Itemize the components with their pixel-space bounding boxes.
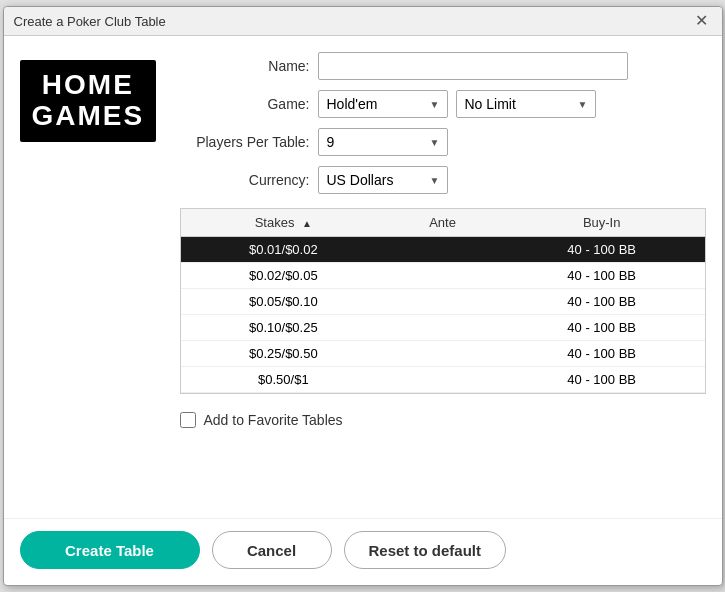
cell-stakes: $0.25/$0.50 [181, 341, 387, 367]
game-row: Game: Hold'em Omaha Short Deck ▼ No Limi… [180, 90, 706, 118]
dialog-body: HOME GAMES Name: Game: Hold'em Omaha Sho… [4, 36, 722, 518]
currency-label: Currency: [180, 172, 310, 188]
favorite-label: Add to Favorite Tables [204, 412, 343, 428]
stakes-table-container: Stakes ▲ Ante Buy-In $0.01/$0.02 40 - 10… [180, 208, 706, 394]
players-select-wrap: 2345 6789 ▼ [318, 128, 448, 156]
table-row[interactable]: $0.01/$0.02 40 - 100 BB [181, 237, 705, 263]
players-label: Players Per Table: [180, 134, 310, 150]
game-select-wrap: Hold'em Omaha Short Deck ▼ [318, 90, 448, 118]
table-row[interactable]: $0.50/$1 40 - 100 BB [181, 367, 705, 393]
cell-ante [386, 315, 499, 341]
cell-stakes: $0.10/$0.25 [181, 315, 387, 341]
cell-stakes: $0.02/$0.05 [181, 263, 387, 289]
logo-area: HOME GAMES [20, 52, 180, 502]
currency-row: Currency: US Dollars Play Money ▼ [180, 166, 706, 194]
cell-buyin: 40 - 100 BB [499, 367, 705, 393]
dialog-title: Create a Poker Club Table [14, 14, 166, 29]
players-select[interactable]: 2345 6789 [318, 128, 448, 156]
table-row[interactable]: $0.02/$0.05 40 - 100 BB [181, 263, 705, 289]
cell-ante [386, 367, 499, 393]
cell-ante [386, 263, 499, 289]
dialog-footer: Create Table Cancel Reset to default [4, 518, 722, 585]
limit-select[interactable]: No Limit Pot Limit Fixed Limit [456, 90, 596, 118]
close-button[interactable]: ✕ [691, 13, 712, 29]
stakes-table: Stakes ▲ Ante Buy-In $0.01/$0.02 40 - 10… [181, 209, 705, 393]
table-row[interactable]: $0.10/$0.25 40 - 100 BB [181, 315, 705, 341]
col-ante: Ante [386, 209, 499, 237]
table-header-row: Stakes ▲ Ante Buy-In [181, 209, 705, 237]
cell-ante [386, 289, 499, 315]
cancel-button[interactable]: Cancel [212, 531, 332, 569]
cell-buyin: 40 - 100 BB [499, 237, 705, 263]
form-area: Name: Game: Hold'em Omaha Short Deck ▼ N… [180, 52, 706, 502]
name-label: Name: [180, 58, 310, 74]
currency-select[interactable]: US Dollars Play Money [318, 166, 448, 194]
currency-select-wrap: US Dollars Play Money ▼ [318, 166, 448, 194]
logo: HOME GAMES [20, 60, 157, 142]
create-table-button[interactable]: Create Table [20, 531, 200, 569]
cell-ante [386, 341, 499, 367]
logo-line1: HOME [32, 70, 145, 101]
col-stakes[interactable]: Stakes ▲ [181, 209, 387, 237]
cell-buyin: 40 - 100 BB [499, 341, 705, 367]
col-buyin: Buy-In [499, 209, 705, 237]
stakes-tbody: $0.01/$0.02 40 - 100 BB $0.02/$0.05 40 -… [181, 237, 705, 393]
cell-buyin: 40 - 100 BB [499, 263, 705, 289]
cell-stakes: $0.50/$1 [181, 367, 387, 393]
cell-buyin: 40 - 100 BB [499, 315, 705, 341]
favorite-checkbox[interactable] [180, 412, 196, 428]
limit-select-wrap: No Limit Pot Limit Fixed Limit ▼ [456, 90, 596, 118]
dialog: Create a Poker Club Table ✕ HOME GAMES N… [3, 6, 723, 586]
name-row: Name: [180, 52, 706, 80]
favorite-row: Add to Favorite Tables [180, 412, 706, 428]
game-label: Game: [180, 96, 310, 112]
cell-stakes: $0.01/$0.02 [181, 237, 387, 263]
logo-line2: GAMES [32, 101, 145, 132]
cell-ante [386, 237, 499, 263]
table-row[interactable]: $0.05/$0.10 40 - 100 BB [181, 289, 705, 315]
cell-buyin: 40 - 100 BB [499, 289, 705, 315]
players-row: Players Per Table: 2345 6789 ▼ [180, 128, 706, 156]
name-input[interactable] [318, 52, 628, 80]
table-row[interactable]: $0.25/$0.50 40 - 100 BB [181, 341, 705, 367]
game-select[interactable]: Hold'em Omaha Short Deck [318, 90, 448, 118]
reset-button[interactable]: Reset to default [344, 531, 507, 569]
sort-icon: ▲ [302, 218, 312, 229]
title-bar: Create a Poker Club Table ✕ [4, 7, 722, 36]
cell-stakes: $0.05/$0.10 [181, 289, 387, 315]
